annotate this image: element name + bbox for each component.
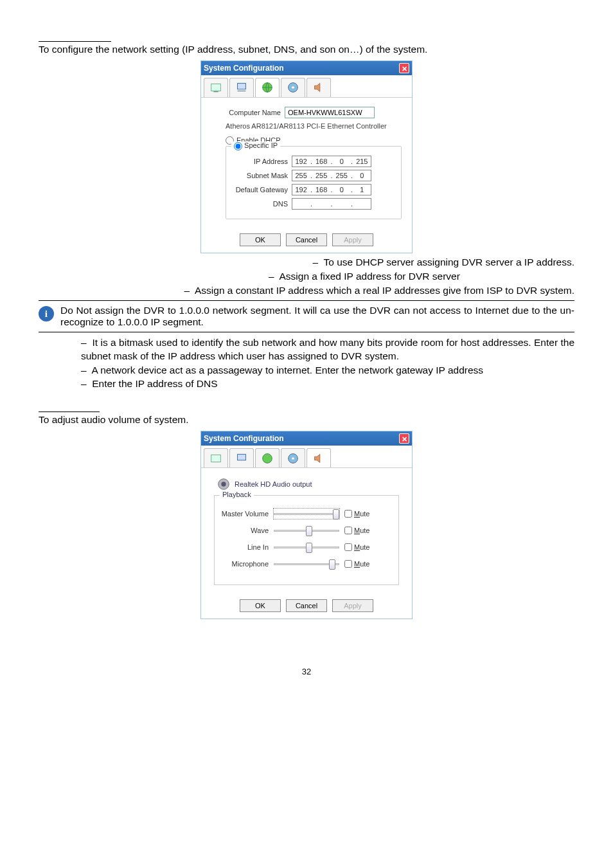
audio-dialog-titlebar: System Configuration ✕ bbox=[201, 431, 412, 446]
bullet-enable-dhcp: – Enable DHCP:To use DHCP server assigni… bbox=[39, 256, 574, 269]
linein-mute-label: Mute bbox=[354, 543, 369, 551]
network-intro: To configure the network setting (IP add… bbox=[39, 43, 574, 57]
speaker-icon bbox=[217, 477, 231, 491]
tab-network-2[interactable] bbox=[255, 448, 280, 467]
svg-point-12 bbox=[221, 482, 226, 487]
bullet-gateway: – A network device act as a passageway t… bbox=[81, 364, 574, 377]
warning-block: i Do Not assign the DVR to 1.0.0.0 netwo… bbox=[39, 300, 574, 332]
warning-text: Do Not assign the DVR to 1.0.0.0 network… bbox=[60, 305, 574, 328]
bullet-specific-ip: – Assign a fixed IP address for DVR serv… bbox=[39, 270, 574, 284]
tab-strip bbox=[201, 75, 412, 98]
svg-rect-6 bbox=[211, 455, 221, 462]
network-setup-heading-line: Network Setup bbox=[39, 30, 111, 42]
audio-tab-strip bbox=[201, 446, 412, 468]
wave-label: Wave bbox=[220, 527, 269, 534]
ip-address-field[interactable]: 192.168.0.215 bbox=[292, 156, 371, 167]
tab-audio-2[interactable] bbox=[306, 448, 331, 467]
default-gateway-field[interactable]: 192.168.0.1 bbox=[292, 184, 371, 195]
tab-display-2[interactable] bbox=[229, 448, 254, 467]
svg-rect-7 bbox=[238, 454, 246, 460]
dialog-titlebar: System Configuration ✕ bbox=[201, 61, 412, 75]
specific-ip-label: Specific IP bbox=[244, 141, 278, 149]
close-icon[interactable]: ✕ bbox=[399, 63, 409, 73]
playback-group: Playback Master Volume Mute Wave Mute Li… bbox=[214, 495, 399, 585]
nic-description: Atheros AR8121/AR8113 PCI-E Ethernet Con… bbox=[226, 122, 402, 130]
dns-label: DNS bbox=[233, 200, 288, 208]
svg-rect-2 bbox=[238, 84, 246, 89]
linein-slider[interactable] bbox=[274, 542, 339, 552]
dialog-title: System Configuration bbox=[204, 64, 284, 73]
tab-disk[interactable] bbox=[281, 78, 305, 97]
svg-point-10 bbox=[292, 457, 294, 460]
audio-device-label: Realtek HD Audio output bbox=[235, 480, 312, 488]
audio-close-icon[interactable]: ✕ bbox=[399, 433, 409, 444]
network-dialog: System Configuration ✕ Computer Name Ath… bbox=[200, 60, 413, 253]
info-icon: i bbox=[39, 306, 54, 321]
master-mute-checkbox[interactable] bbox=[344, 510, 352, 518]
bullet-mask: – It is a bitmask used to identify the s… bbox=[81, 336, 574, 363]
audio-dialog-body: Realtek HD Audio output Playback Master … bbox=[201, 468, 412, 594]
master-volume-label: Master Volume bbox=[220, 510, 269, 518]
audio-ok-button[interactable]: OK bbox=[240, 599, 281, 612]
dns-field[interactable]: ... bbox=[292, 198, 371, 210]
computer-name-label: Computer Name bbox=[226, 109, 281, 116]
specific-ip-radio[interactable] bbox=[234, 142, 242, 150]
audio-apply-button[interactable]: Apply bbox=[332, 599, 373, 612]
subnet-mask-field[interactable]: 255.255.255.0 bbox=[292, 170, 371, 181]
cancel-button[interactable]: Cancel bbox=[286, 233, 327, 246]
linein-mute-checkbox[interactable] bbox=[344, 543, 352, 551]
audio-cancel-button[interactable]: Cancel bbox=[286, 599, 327, 612]
master-volume-slider[interactable] bbox=[274, 509, 339, 519]
playback-legend: Playback bbox=[220, 491, 254, 498]
tab-general-2[interactable] bbox=[204, 448, 228, 467]
svg-rect-1 bbox=[213, 91, 218, 93]
audio-setup-heading-line: Audio Setup bbox=[39, 400, 100, 412]
wave-slider[interactable] bbox=[274, 525, 339, 536]
dialog-body: Computer Name Atheros AR8121/AR8113 PCI-… bbox=[201, 98, 412, 228]
tab-network[interactable] bbox=[255, 78, 280, 97]
subnet-mask-label: Subnet Mask bbox=[233, 172, 288, 179]
ip-address-label: IP Address bbox=[233, 158, 288, 165]
master-mute-label: Mute bbox=[354, 510, 369, 518]
bullet-dns: – Enter the IP address of DNS bbox=[81, 377, 574, 391]
wave-mute-checkbox[interactable] bbox=[344, 527, 352, 534]
bullet-ip-address: – Assign a constant IP address which a r… bbox=[39, 284, 574, 298]
audio-dialog: System Configuration ✕ Realtek HD Audio … bbox=[200, 431, 413, 619]
tab-display[interactable] bbox=[229, 78, 254, 97]
wave-mute-label: Mute bbox=[354, 527, 369, 534]
mic-mute-label: Mute bbox=[354, 560, 369, 568]
tab-general[interactable] bbox=[204, 78, 228, 97]
ok-button[interactable]: OK bbox=[240, 233, 281, 246]
tab-audio[interactable] bbox=[306, 78, 331, 97]
svg-point-8 bbox=[263, 453, 272, 463]
default-gateway-label: Default Gateway bbox=[233, 186, 288, 194]
linein-label: Line In bbox=[220, 543, 269, 551]
mic-label: Microphone bbox=[220, 560, 269, 568]
svg-rect-0 bbox=[211, 84, 221, 91]
audio-dialog-title: System Configuration bbox=[204, 434, 284, 443]
computer-name-field[interactable] bbox=[285, 107, 375, 118]
apply-button[interactable]: Apply bbox=[332, 233, 373, 246]
tab-disk-2[interactable] bbox=[281, 448, 305, 467]
page-number: 32 bbox=[39, 667, 574, 676]
mic-mute-checkbox[interactable] bbox=[344, 560, 352, 568]
audio-intro: To adjust audio volume of system. bbox=[39, 413, 574, 427]
svg-point-5 bbox=[292, 87, 294, 89]
specific-ip-group: Specific IP IP Address 192.168.0.215 Sub… bbox=[226, 146, 402, 219]
mic-slider[interactable] bbox=[274, 559, 339, 569]
